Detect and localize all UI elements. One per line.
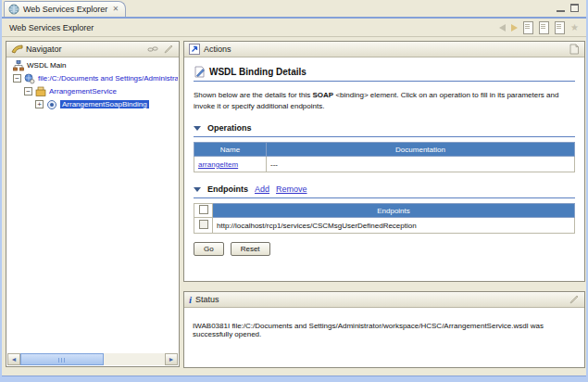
go-button[interactable]: Go <box>194 242 224 256</box>
window-bottom-border <box>2 376 586 382</box>
tree-item-label-selected: ArrangementSoapBinding <box>60 100 149 108</box>
operations-section-header: Operations <box>194 123 575 133</box>
document-copy-icon[interactable] <box>539 21 549 34</box>
navigator-header: Navigator <box>6 42 179 57</box>
endpoints-section-header: Endpoints Add Remove <box>194 185 575 194</box>
web-services-explorer-window: Web Services Explorer ✕ Web Services Exp… <box>0 0 588 382</box>
collapse-triangle-icon[interactable] <box>194 187 201 192</box>
expand-expander-icon[interactable]: + <box>35 100 44 108</box>
scroll-left-icon[interactable]: ◄ <box>7 353 20 365</box>
tree-item-label: ArrangementService <box>49 87 117 96</box>
collapse-expander-icon[interactable]: − <box>24 87 32 96</box>
scrollbar-track[interactable] <box>20 353 165 365</box>
reset-button[interactable]: Reset <box>231 242 270 256</box>
actions-panel: Actions WSDL Binding Details Shown below… <box>183 41 585 282</box>
document-find-icon[interactable] <box>555 21 565 34</box>
table-row: http://localhost/rcp1/services/CSCMsgUse… <box>194 218 575 234</box>
binding-icon <box>46 99 57 110</box>
status-panel: i Status IWAB0381I file:/C:/Documents an… <box>183 291 585 368</box>
actions-content: WSDL Binding Details Shown below are the… <box>185 58 583 280</box>
select-all-checkbox[interactable] <box>199 205 208 214</box>
endpoint-url-cell: http://localhost/rcp1/services/CSCMsgUse… <box>213 218 575 234</box>
status-message: IWAB0381I file:/C:/Documents and Setting… <box>185 309 583 366</box>
status-header: i Status <box>184 292 584 308</box>
endpoints-rule <box>194 197 575 198</box>
document-icon[interactable] <box>523 21 533 34</box>
scrollbar-thumb[interactable] <box>20 353 104 365</box>
actions-title: Actions <box>204 45 231 54</box>
service-icon <box>35 86 46 97</box>
view-tab-strip: Web Services Explorer ✕ <box>2 0 586 17</box>
back-icon[interactable] <box>499 24 506 32</box>
operations-rule <box>194 136 575 137</box>
explorer-toolbar: Web Services Explorer ★ <box>2 19 586 37</box>
info-icon: i <box>189 295 192 305</box>
close-icon[interactable]: ✕ <box>111 6 119 13</box>
toolbar-title: Web Services Explorer <box>9 23 94 32</box>
collapse-triangle-icon[interactable] <box>194 126 201 131</box>
operations-label: Operations <box>207 123 252 133</box>
scroll-right-icon[interactable]: ► <box>165 353 178 365</box>
remove-endpoint-link[interactable]: Remove <box>276 185 307 194</box>
operations-col-documentation: Documentation <box>267 143 575 157</box>
tree-item-arrangement-service[interactable]: − ArrangementService <box>7 85 178 97</box>
binding-details-heading: WSDL Binding Details <box>209 67 307 77</box>
binding-description: Shown below are the details for this SOA… <box>194 90 575 111</box>
minimize-icon[interactable] <box>557 4 565 12</box>
actions-header: Actions <box>184 42 584 57</box>
add-endpoint-link[interactable]: Add <box>255 185 269 194</box>
operations-col-name: Name <box>194 143 267 157</box>
endpoints-col-header: Endpoints <box>213 204 575 218</box>
navigator-title: Navigator <box>26 45 62 54</box>
navigator-icon <box>11 44 22 55</box>
tab-web-services-explorer[interactable]: Web Services Explorer ✕ <box>4 1 126 17</box>
heading-rule <box>194 81 575 82</box>
wsdl-main-icon <box>13 60 24 71</box>
actions-icon <box>189 44 200 55</box>
operations-table: Name Documentation arrangeItem --- <box>194 142 575 172</box>
endpoint-row-checkbox[interactable] <box>199 220 208 229</box>
tree-item-wsdl-file[interactable]: − file:/C:/Documents and Settings/Admini… <box>7 72 178 84</box>
tree-item-wsdl-main[interactable]: WSDL Main <box>7 59 178 71</box>
navigator-tree: WSDL Main − file:/C:/Documents and Setti… <box>7 58 178 352</box>
operation-documentation-cell: --- <box>267 157 575 172</box>
clear-status-icon[interactable] <box>569 294 580 305</box>
collapse-expander-icon[interactable]: − <box>13 74 21 83</box>
wsdl-binding-icon <box>194 66 205 77</box>
tab-title: Web Services Explorer <box>23 5 107 14</box>
endpoints-label: Endpoints <box>207 185 248 194</box>
table-row: arrangeItem --- <box>194 157 575 172</box>
maximize-icon[interactable] <box>570 4 579 12</box>
navigator-panel: Navigator WSDL Main − <box>6 41 180 367</box>
operation-arrangeitem-link[interactable]: arrangeItem <box>198 160 238 169</box>
view-source-icon[interactable] <box>569 44 580 55</box>
forward-icon[interactable] <box>511 24 518 32</box>
edit-icon[interactable] <box>163 44 174 55</box>
tree-item-label: file:/C:/Documents and Settings/Administ… <box>38 74 178 83</box>
endpoints-table: Endpoints http://localhost/rcp1/services… <box>194 203 575 234</box>
wsdl-file-icon <box>24 73 35 84</box>
tree-item-arrangement-soap-binding[interactable]: + ArrangementSoapBinding <box>7 98 178 110</box>
navigator-horizontal-scrollbar[interactable]: ◄ ► <box>7 353 178 365</box>
link-with-editor-icon[interactable] <box>147 44 158 55</box>
status-title: Status <box>195 295 219 304</box>
favorites-star-icon[interactable]: ★ <box>570 23 579 32</box>
tree-item-label: WSDL Main <box>27 61 66 70</box>
globe-icon <box>8 4 19 15</box>
